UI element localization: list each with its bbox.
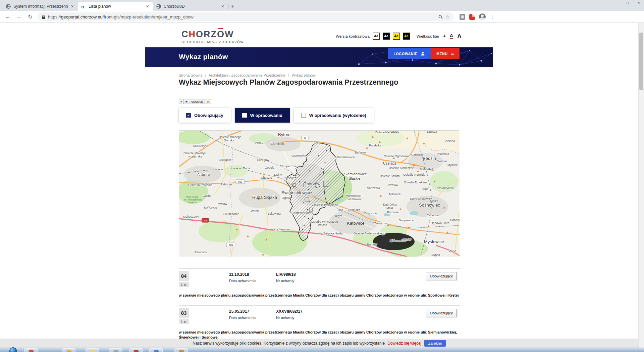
menu-button[interactable]: MENU ≡ xyxy=(431,48,460,59)
zoom-indicator-icon[interactable] xyxy=(438,15,443,19)
page-scrollbar[interactable] xyxy=(638,23,644,348)
address-bar[interactable]: https://geoportal.chorzow.eu/front-gis/m… xyxy=(38,12,453,21)
tab-close-icon[interactable]: × xyxy=(221,4,225,9)
pdf-extension-icon[interactable] xyxy=(469,14,475,20)
font-large-button[interactable]: A xyxy=(457,33,462,39)
tab-strip: System Informacji Przestrzennej L × n Li… xyxy=(0,0,644,11)
contrast-label: Wersja kontrastowa xyxy=(336,34,370,38)
plan-number-box: 83 L. p. xyxy=(179,308,189,324)
breadcrumb-architektura[interactable]: Architektura i Zagospodarowanie Przestrz… xyxy=(209,73,285,77)
taskbar-icon[interactable] xyxy=(149,348,163,352)
map-label: Chorzów Batory xyxy=(291,211,313,215)
cookie-close-button[interactable]: Zamknij xyxy=(424,340,446,347)
map-label: Paniówki xyxy=(195,251,207,254)
plan-status-button[interactable]: Obowiązujący xyxy=(426,309,457,317)
map-label: Dąbrówka xyxy=(383,203,397,206)
map-label: Zaborze xyxy=(221,183,232,186)
map-label: Godula xyxy=(265,166,274,169)
reload-button[interactable]: ↻ xyxy=(26,13,34,20)
new-tab-button[interactable]: + xyxy=(228,2,237,11)
contrast-yellow-button[interactable]: Aa xyxy=(393,33,400,40)
map-label: Zgoda xyxy=(282,196,291,200)
map-label: Stary Sosnowiec xyxy=(410,197,433,201)
contrast-black-button[interactable]: Aa xyxy=(383,33,390,40)
taskbar-icon[interactable] xyxy=(86,348,99,352)
site-logo[interactable]: CHORZOW GEOPORTAL MIASTA CHORZÓW xyxy=(181,29,244,44)
font-medium-button[interactable]: A xyxy=(450,33,453,39)
filter-w-opracowaniu-wylozenie[interactable]: W opracowaniu (wyłożenie) xyxy=(294,108,374,123)
extension-icon[interactable] xyxy=(460,14,465,20)
map-label: Ruda Śląska xyxy=(252,195,277,200)
map-label: Ksawera xyxy=(437,152,449,156)
start-button[interactable] xyxy=(9,347,17,352)
map-label: Milowice xyxy=(389,192,401,196)
taskbar-icon[interactable] xyxy=(174,348,188,352)
filter-w-opracowaniu[interactable]: W opracowaniu xyxy=(235,108,290,123)
listen-dropdown-icon[interactable]: ▾ xyxy=(179,99,183,104)
map-label: Osiedle Wincentego xyxy=(311,220,338,223)
breadcrumb-separator: / xyxy=(205,73,206,77)
plan-description[interactable]: w sprawie miejscowego planu zagospodarow… xyxy=(179,293,460,298)
map-label: Grodziec xyxy=(387,131,399,133)
speaker-icon xyxy=(185,100,189,103)
cookie-more-link[interactable]: Dowiedz się więcej xyxy=(387,341,421,346)
browser-menu-icon[interactable]: ⋮ xyxy=(490,14,495,20)
taskbar-icon[interactable] xyxy=(129,348,143,352)
readspeaker-widget: ▾ Posłuchaj ▶ xyxy=(179,99,211,104)
cookie-text: Nasz serwis wykorzystuje pliki cookies. … xyxy=(193,341,385,346)
taskbar-icon[interactable] xyxy=(62,348,75,352)
map-label: Dąb xyxy=(338,208,343,212)
window-maximize-button[interactable]: □ xyxy=(625,1,630,5)
plan-status-button[interactable]: Obowiązujący xyxy=(426,272,457,280)
map-label: Bobrek xyxy=(254,141,263,145)
back-button[interactable]: ← xyxy=(3,13,11,20)
map-label: Zabrze xyxy=(197,172,210,177)
road-shield-label: 925 xyxy=(229,244,233,247)
map-label: Radocha xyxy=(427,214,439,217)
filter-obowiazujacy[interactable]: ✓ Obowiązujący xyxy=(179,108,231,123)
road-shield-label: A4 xyxy=(204,219,207,222)
tab-title: Chorzow3D xyxy=(164,4,218,9)
plan-number-box: 84 L. p. xyxy=(179,271,189,287)
bookmark-star-icon[interactable]: ☆ xyxy=(445,14,449,19)
listen-play-icon[interactable]: ▶ xyxy=(206,99,211,104)
taskbar-icon[interactable] xyxy=(24,348,38,352)
window-minimize-button[interactable]: − xyxy=(613,1,619,5)
map-label: Małobądz xyxy=(420,167,433,170)
profile-avatar[interactable] xyxy=(479,13,486,20)
tab-sip[interactable]: System Informacji Przestrzennej L × xyxy=(3,2,78,11)
map-label: Będzin xyxy=(423,156,436,161)
road-shield-label: 902 xyxy=(238,180,243,183)
contrast-blackyellow-button[interactable]: Aa xyxy=(403,33,410,40)
breadcrumb-wykaz[interactable]: Wykaz planów xyxy=(292,73,316,77)
scrollbar-thumb[interactable] xyxy=(639,33,643,90)
tab-lista-planow[interactable]: n Lista planów × xyxy=(78,2,153,11)
windows-taskbar[interactable] xyxy=(0,348,644,352)
n-logo-icon: n xyxy=(81,4,86,9)
map-label: Centrum Południe xyxy=(188,183,212,187)
map-label: Brynów xyxy=(367,243,377,246)
tab-close-icon[interactable]: × xyxy=(70,4,74,9)
plans-map[interactable]: 94902925A4 BytomOsiedle MłodegoGórnikaMi… xyxy=(179,130,459,256)
tab-chorzow3d[interactable]: Chorzow3D × xyxy=(153,2,228,11)
forward-button[interactable]: → xyxy=(15,13,23,20)
breadcrumb-home[interactable]: Strona główna xyxy=(179,73,202,77)
tab-close-icon[interactable]: × xyxy=(146,4,150,9)
map-label: Dańdówka xyxy=(450,218,460,222)
map-label: Guido xyxy=(203,194,211,197)
login-button[interactable]: LOGOWANIE xyxy=(388,48,431,59)
map-label: Witosa xyxy=(318,223,327,227)
map-label: Koszutka xyxy=(348,208,360,212)
hamburger-icon: ≡ xyxy=(451,51,454,56)
map-label: Mysłowice xyxy=(424,239,444,244)
taskbar-icon[interactable] xyxy=(109,348,122,352)
page-banner: Wykaz planów LOGOWANIE MENU ≡ xyxy=(145,47,493,67)
listen-button[interactable]: Posłuchaj xyxy=(183,99,205,104)
map-label: Mała xyxy=(386,206,393,210)
contrast-normal-button[interactable]: Aa xyxy=(373,33,380,40)
map-label: Lipiny xyxy=(274,173,282,176)
map-label: Warpie xyxy=(437,160,447,163)
window-close-button[interactable]: × xyxy=(636,1,641,5)
map-label: Czeladź xyxy=(383,161,396,165)
font-small-button[interactable]: A xyxy=(443,35,446,38)
